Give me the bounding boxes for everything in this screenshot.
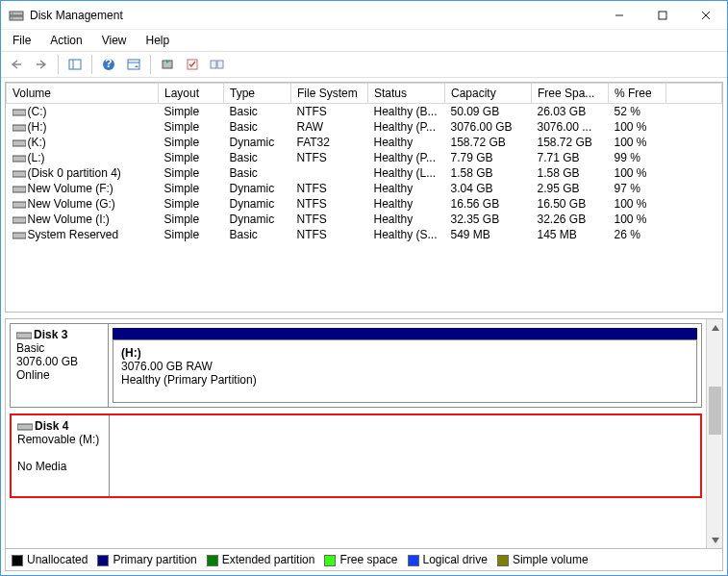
cell-free: 32.26 GB <box>532 212 609 227</box>
cell-layout: Simple <box>159 104 224 120</box>
cell-pct: 100 % <box>609 196 666 212</box>
disk-info: Disk 3 Basic 3076.00 GB Online <box>11 324 109 407</box>
partition-box[interactable]: (H:) 3076.00 GB RAW Healthy (Primary Par… <box>113 339 697 403</box>
disk-info: Disk 4 Removable (M:) No Media <box>12 415 110 496</box>
volume-name: (Disk 0 partition 4) <box>28 166 121 180</box>
table-row[interactable]: (L:)SimpleBasicNTFSHealthy (P...7.79 GB7… <box>7 150 722 165</box>
toolbar-separator <box>58 55 59 74</box>
disk-row-disk3[interactable]: Disk 3 Basic 3076.00 GB Online (H:) 3076… <box>10 323 702 408</box>
col-type[interactable]: Type <box>224 84 291 104</box>
legend-primary: Primary partition <box>97 553 196 566</box>
volume-name: New Volume (I:) <box>28 213 110 226</box>
swatch-icon <box>408 555 419 566</box>
cell-capacity: 16.56 GB <box>445 196 532 212</box>
forward-button[interactable] <box>30 54 53 75</box>
cell-status: Healthy <box>368 212 445 227</box>
menu-view[interactable]: View <box>94 32 135 49</box>
cell-layout: Simple <box>159 119 224 135</box>
partition-size: 3076.00 GB RAW <box>121 360 689 373</box>
cell-capacity: 1.58 GB <box>445 165 532 181</box>
cell-type: Basic <box>224 150 291 165</box>
table-row[interactable]: System ReservedSimpleBasicNTFSHealthy (S… <box>7 227 722 242</box>
close-button[interactable] <box>684 1 727 29</box>
table-row[interactable]: New Volume (I:)SimpleDynamicNTFSHealthy3… <box>7 212 722 227</box>
legend: Unallocated Primary partition Extended p… <box>5 549 723 571</box>
scroll-thumb[interactable] <box>709 387 721 435</box>
swatch-icon <box>324 555 336 566</box>
minimize-button[interactable] <box>597 1 640 29</box>
settings-button[interactable] <box>206 54 229 75</box>
cell-pct: 100 % <box>609 212 666 227</box>
volume-icon <box>13 200 26 210</box>
maximize-button[interactable] <box>640 1 684 29</box>
cell-fs: NTFS <box>291 104 368 120</box>
cell-type: Dynamic <box>224 135 291 150</box>
disk-kind: Removable (M:) <box>17 433 103 446</box>
toolbar-separator <box>91 55 92 74</box>
disk-row-disk4[interactable]: Disk 4 Removable (M:) No Media <box>10 413 702 498</box>
cell-free: 2.95 GB <box>532 181 609 196</box>
cell-status: Healthy (S... <box>368 227 445 242</box>
volume-icon <box>13 138 26 148</box>
back-button[interactable] <box>5 54 28 75</box>
volume-name: New Volume (F:) <box>28 182 113 195</box>
col-volume[interactable]: Volume <box>7 84 159 104</box>
menu-help[interactable]: Help <box>138 32 178 49</box>
legend-extended: Extended partition <box>207 553 315 566</box>
svg-point-3 <box>12 17 13 19</box>
cell-layout: Simple <box>159 135 224 150</box>
cell-capacity: 3076.00 GB <box>445 119 532 135</box>
menu-file[interactable]: File <box>5 32 38 49</box>
volume-name: New Volume (G:) <box>28 197 115 211</box>
cell-fs: NTFS <box>291 181 368 196</box>
col-capacity[interactable]: Capacity <box>445 84 532 104</box>
action-list-button[interactable] <box>122 54 145 75</box>
table-row[interactable]: (H:)SimpleBasicRAWHealthy (P...3076.00 G… <box>7 119 722 135</box>
disk-name: Disk 3 <box>34 328 67 341</box>
refresh-button[interactable] <box>156 54 179 75</box>
cell-fs <box>291 165 368 181</box>
table-row[interactable]: New Volume (G:)SimpleDynamicNTFSHealthy1… <box>7 196 722 212</box>
svg-rect-1 <box>10 16 23 20</box>
volume-name: (C:) <box>28 105 47 118</box>
col-pctfree[interactable]: % Free <box>609 84 666 104</box>
disk-layout-pane: Disk 3 Basic 3076.00 GB Online (H:) 3076… <box>5 318 723 549</box>
cell-pct: 100 % <box>609 135 666 150</box>
table-row[interactable]: New Volume (F:)SimpleDynamicNTFSHealthy3… <box>7 181 722 196</box>
partition-name: (H:) <box>121 346 689 360</box>
table-row[interactable]: (K:)SimpleDynamicFAT32Healthy158.72 GB15… <box>7 135 722 150</box>
scroll-down-button[interactable] <box>707 532 723 548</box>
table-row[interactable]: (Disk 0 partition 4)SimpleBasicHealthy (… <box>7 165 722 181</box>
table-row[interactable]: (C:)SimpleBasicNTFSHealthy (B...50.09 GB… <box>7 104 722 120</box>
menu-action[interactable]: Action <box>42 32 89 49</box>
window-title: Disk Management <box>30 9 597 22</box>
help-button[interactable]: ? <box>97 54 120 75</box>
rescan-button[interactable] <box>181 54 204 75</box>
cell-type: Basic <box>224 119 291 135</box>
col-filesystem[interactable]: File System <box>291 84 368 104</box>
cell-free: 158.72 GB <box>532 135 609 150</box>
scroll-up-button[interactable] <box>707 319 723 336</box>
cell-capacity: 32.35 GB <box>445 212 532 227</box>
svg-rect-8 <box>69 60 81 69</box>
show-hide-tree-button[interactable] <box>63 54 87 75</box>
svg-rect-17 <box>211 61 216 68</box>
disk-partitions-empty <box>110 415 700 496</box>
col-layout[interactable]: Layout <box>159 84 224 104</box>
disk-icon <box>17 422 35 432</box>
volume-table[interactable]: Volume Layout Type File System Status Ca… <box>6 83 722 242</box>
col-status[interactable]: Status <box>368 84 445 104</box>
legend-unallocated: Unallocated <box>12 553 88 566</box>
menu-bar: File Action View Help <box>1 30 727 51</box>
svg-marker-14 <box>135 65 138 67</box>
vertical-scrollbar[interactable] <box>706 319 722 548</box>
col-freespace[interactable]: Free Spa... <box>532 84 609 104</box>
swatch-icon <box>12 555 23 566</box>
toolbar: ? <box>1 51 727 78</box>
volume-list-pane: Volume Layout Type File System Status Ca… <box>5 82 723 313</box>
cell-layout: Simple <box>159 181 224 196</box>
cell-layout: Simple <box>159 196 224 212</box>
svg-rect-27 <box>13 233 26 238</box>
disk-partitions: (H:) 3076.00 GB RAW Healthy (Primary Par… <box>109 324 701 407</box>
cell-free: 16.50 GB <box>532 196 609 212</box>
